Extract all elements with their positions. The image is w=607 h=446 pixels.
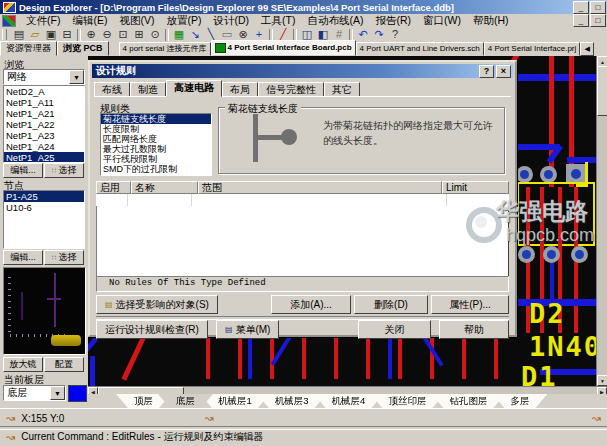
net-list-item[interactable]: NetP1_A24: [4, 141, 84, 152]
rule-class-item[interactable]: SMD下的过孔限制: [101, 164, 211, 174]
menu-reports[interactable]: 报告(R): [369, 14, 417, 28]
net-list-item[interactable]: NetP1_A21: [4, 108, 84, 119]
scroll-down-icon[interactable]: ▼: [597, 375, 607, 386]
net-list[interactable]: NetD2_A NetP1_A11 NetP1_A21 NetP1_A22 Ne…: [3, 85, 85, 163]
layer-tab-multi[interactable]: 多层: [492, 394, 547, 408]
horizontal-scrollbar[interactable]: ◀ ▶: [88, 386, 607, 394]
cursor-arrow-icon: ↝: [6, 412, 15, 425]
net-select-button[interactable]: ∷选择: [44, 163, 84, 178]
net-buttons: 编辑... ∷选择: [3, 163, 84, 178]
tab-explorer[interactable]: 资源管理器: [0, 41, 57, 56]
empty-cell: [447, 194, 509, 206]
toolbar-separator: [293, 29, 297, 41]
maximize-button[interactable]: □: [590, 1, 606, 14]
pcb-trace: [550, 263, 554, 299]
net-list-item[interactable]: NetP1_A22: [4, 119, 84, 130]
net-list-item[interactable]: NetP1_A11: [4, 97, 84, 108]
node-buttons: 编辑... ∷选择: [3, 250, 84, 265]
rule-class-item[interactable]: 最大过孔数限制: [101, 144, 211, 154]
configuration-button[interactable]: 配置: [44, 357, 84, 372]
dialog-help-button[interactable]: ?: [479, 65, 494, 78]
rule-class-list[interactable]: 菊花链支线长度 长度限制 匹配网络长度 最大过孔数限制 平行线段限制 SMD下的…: [100, 113, 212, 176]
chevron-down-icon[interactable]: ▼: [50, 386, 65, 400]
close-button[interactable]: 关闭: [358, 320, 431, 339]
menu-help[interactable]: 帮助(H): [467, 14, 515, 28]
layer-tab-bottom[interactable]: 底层: [158, 394, 213, 408]
dialog-titlebar[interactable]: 设计规则 ? ×: [92, 64, 513, 78]
rule-class-item-selected[interactable]: 菊花链支线长度: [101, 114, 211, 124]
net-list-item[interactable]: NetD2_A: [4, 86, 84, 97]
current-layer-combo[interactable]: 底层 ▼: [3, 385, 66, 401]
menu-bar: 文件(F) 编辑(E) 视图(V) 放置(P) 设计(D) 工具(T) 自动布线…: [0, 14, 607, 28]
preview-trace: [21, 292, 23, 320]
menu-design[interactable]: 设计(D): [207, 14, 255, 28]
node-list[interactable]: P1-A25 U10-6: [3, 190, 85, 249]
tab-signal-integrity[interactable]: 信号完整性: [258, 82, 324, 97]
scroll-left-icon[interactable]: ◀: [88, 387, 98, 394]
tab-scroll-left-button[interactable]: ◀: [580, 42, 594, 56]
column-scope[interactable]: 范围: [198, 181, 442, 194]
net-list-item[interactable]: NetP1_A23: [4, 130, 84, 141]
zoom-in-icon[interactable]: ⊕: [83, 28, 99, 41]
run-drc-button[interactable]: 运行设计规则检查(R): [96, 320, 208, 339]
menu-button[interactable]: ▤菜单(M): [216, 320, 280, 339]
magnifier-button[interactable]: 放大镜: [3, 357, 43, 372]
add-rule-button[interactable]: 添加(A)...: [271, 295, 351, 314]
horizontal-scroll-thumb[interactable]: [98, 387, 184, 394]
doc-tab-pcb-board[interactable]: 4 Port Serial Interface Board.pcb: [211, 40, 356, 56]
menu-edit[interactable]: 编辑(E): [66, 14, 113, 28]
select-affected-objects-button[interactable]: ▤选择受影响的对象(S): [96, 295, 218, 314]
rule-class-item[interactable]: 长度限制: [101, 124, 211, 134]
tab-manufacturing[interactable]: 制造: [130, 82, 166, 97]
menu-window[interactable]: 窗口(W): [417, 14, 467, 28]
net-edit-button[interactable]: 编辑...: [3, 163, 43, 178]
column-name[interactable]: 名称: [131, 181, 198, 194]
open-document-icon[interactable]: ▱: [27, 28, 43, 41]
menu-place[interactable]: 放置(P): [160, 14, 207, 28]
menu-file[interactable]: 文件(F): [20, 14, 66, 28]
doc-tab-project[interactable]: 4 Port Serial Interface.prj: [484, 42, 580, 56]
vertical-scrollbar[interactable]: ▲ ▼: [596, 56, 607, 386]
print-icon[interactable]: ⊟: [59, 28, 75, 41]
dialog-bottom-buttons: 运行设计规则检查(R) ▤菜单(M) 关闭 帮助: [96, 321, 509, 338]
node-select-button[interactable]: ∷选择: [44, 250, 84, 265]
design-manager-icon[interactable]: ▤: [11, 28, 27, 41]
toolbar-handle[interactable]: [2, 29, 7, 40]
close-icon[interactable]: ×: [496, 65, 511, 78]
mdi-minimize-button[interactable]: _: [573, 14, 589, 27]
tab-routing[interactable]: 布线: [94, 82, 130, 97]
menu-tools[interactable]: 工具(T): [255, 14, 301, 28]
vertical-scroll-thumb[interactable]: [597, 66, 607, 116]
delete-rule-button[interactable]: 删除(D): [354, 295, 428, 314]
magnifier-preview[interactable]: [3, 267, 86, 355]
tab-other[interactable]: 其它: [324, 82, 360, 97]
doc-tab-schematic[interactable]: 4 Port UART and Line Drivers.sch: [356, 42, 484, 56]
doc-tab-library[interactable]: 4 port serial 连接元件库: [119, 42, 211, 56]
pcb-pad: [540, 166, 557, 183]
rule-class-item[interactable]: 匹配网络长度: [101, 134, 211, 144]
node-edit-button[interactable]: 编辑...: [3, 250, 43, 265]
mdi-restore-button[interactable]: □: [590, 14, 606, 27]
scroll-right-icon[interactable]: ▶: [597, 387, 607, 394]
current-command-text: Current Command : EditRules - 运行规则及约束编辑器: [21, 430, 263, 444]
node-list-item[interactable]: U10-6: [4, 202, 84, 213]
minimize-button[interactable]: _: [573, 1, 589, 14]
pcb-trace: [90, 356, 95, 386]
rule-properties-button[interactable]: 属性(P)...: [431, 295, 509, 314]
net-list-item-selected[interactable]: NetP1_A25: [4, 152, 84, 163]
tab-browse-pcb[interactable]: 浏览 PCB: [57, 41, 109, 56]
tab-high-speed[interactable]: 高速电路: [166, 80, 222, 97]
column-enabled[interactable]: 启用: [96, 181, 131, 194]
zoom-out-icon[interactable]: ⊖: [99, 28, 115, 41]
menu-view[interactable]: 视图(V): [113, 14, 160, 28]
chevron-down-icon[interactable]: ▼: [69, 70, 84, 84]
rule-class-item[interactable]: 平行线段限制: [101, 154, 211, 164]
column-limit[interactable]: Limit: [442, 181, 509, 194]
select-affected-label: 选择受影响的对象(S): [116, 298, 209, 312]
node-list-item-selected[interactable]: P1-A25: [4, 191, 84, 202]
tab-placement[interactable]: 布局: [222, 82, 258, 97]
help-button[interactable]: 帮助: [439, 320, 509, 339]
browse-mode-combo[interactable]: 网络 ▼: [3, 69, 85, 85]
menu-autoroute[interactable]: 自动布线(A): [301, 14, 369, 28]
save-icon[interactable]: ▣: [43, 28, 59, 41]
